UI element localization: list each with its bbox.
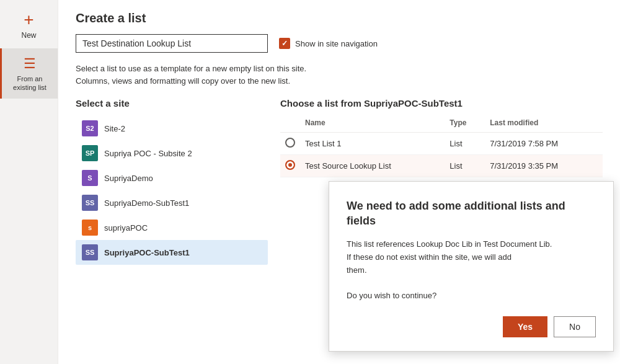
list-icon: ☰ [24, 56, 36, 72]
dialog-body-line1: This list references Lookup Doc Lib in T… [347, 239, 552, 249]
confirmation-dialog: We need to add some additional lists and… [329, 181, 614, 352]
dialog-buttons: Yes No [347, 316, 596, 337]
main-content: Create a list Show in site navigation Se… [58, 0, 620, 364]
sidebar: + New ☰ From an existing list [0, 0, 58, 364]
plus-icon: + [24, 11, 33, 29]
dialog-no-button[interactable]: No [554, 316, 596, 337]
dialog-body: This list references Lookup Doc Lib in T… [347, 238, 596, 303]
dialog-title: We need to add some additional lists and… [347, 199, 596, 228]
dialog-body-line5: Do you wish to continue? [347, 291, 436, 300]
dialog-body-line3: them. [347, 265, 367, 275]
sidebar-existing-label: From an existing list [6, 74, 54, 92]
sidebar-new-label: New [21, 31, 36, 40]
sidebar-item-existing-list[interactable]: ☰ From an existing list [0, 48, 58, 99]
dialog-overlay: We need to add some additional lists and… [58, 0, 620, 364]
dialog-body-line2: If these do not exist within the site, w… [347, 252, 512, 262]
sidebar-item-new[interactable]: + New [0, 5, 58, 48]
dialog-yes-button[interactable]: Yes [503, 316, 547, 337]
